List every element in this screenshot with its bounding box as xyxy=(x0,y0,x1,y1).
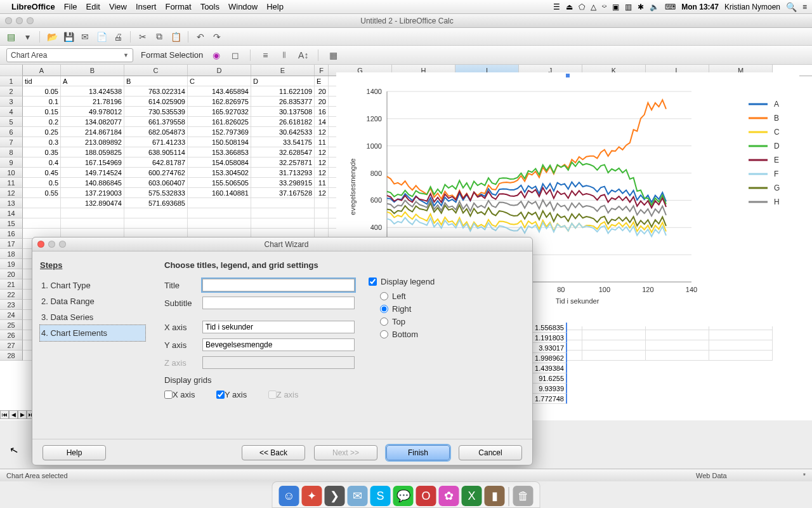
paste-icon[interactable]: 📋 xyxy=(170,31,181,43)
bluetooth-icon[interactable]: ✱ xyxy=(638,3,644,11)
legend-right-radio[interactable] xyxy=(380,305,388,313)
cell[interactable]: 11 xyxy=(315,137,329,147)
xaxis-input[interactable] xyxy=(202,321,355,333)
close-icon[interactable] xyxy=(37,241,44,248)
cell[interactable]: 149.714524 xyxy=(61,168,124,178)
finish-button[interactable]: Finish xyxy=(386,445,450,460)
cell[interactable] xyxy=(709,340,773,351)
save-icon[interactable]: 💾 xyxy=(63,31,74,43)
app-name[interactable]: LibreOffice xyxy=(11,2,55,11)
print-icon[interactable]: 🖨 xyxy=(112,31,124,43)
cell[interactable] xyxy=(124,218,188,229)
cell[interactable]: 614.025909 xyxy=(124,97,188,107)
cell[interactable]: E xyxy=(315,76,329,86)
cell[interactable] xyxy=(188,198,251,208)
cell[interactable] xyxy=(646,351,709,361)
new-doc-icon[interactable]: ▤ xyxy=(5,31,16,43)
cell[interactable]: 0.1 xyxy=(23,97,61,107)
cell[interactable]: 0.15 xyxy=(23,107,61,117)
cell[interactable]: 12 xyxy=(315,127,329,137)
cell[interactable]: 155.506505 xyxy=(188,178,251,188)
cell[interactable] xyxy=(23,208,61,218)
cell[interactable]: 20 xyxy=(315,97,329,107)
cell[interactable]: 165.927032 xyxy=(188,107,251,117)
drive-icon[interactable]: △ xyxy=(591,3,596,11)
grid-y-checkbox[interactable] xyxy=(216,391,225,399)
cell[interactable]: 11.622109 xyxy=(251,86,315,97)
sheet-nav[interactable]: ⏮ ◀ ▶ ⏭ xyxy=(0,410,36,420)
cell[interactable]: 137.219003 xyxy=(61,188,124,198)
battery-icon[interactable]: ▥ xyxy=(625,3,632,11)
redo-icon[interactable]: ↷ xyxy=(211,31,223,43)
cell[interactable] xyxy=(124,208,188,218)
cell[interactable] xyxy=(188,218,251,229)
cell[interactable]: 26.618182 xyxy=(251,117,315,127)
mail-icon[interactable]: ✉ xyxy=(348,486,368,506)
messages-icon[interactable]: 💬 xyxy=(393,486,414,506)
col-header[interactable]: D xyxy=(188,65,251,76)
spotlight-icon[interactable]: 🔍 xyxy=(786,2,797,12)
cell[interactable]: D xyxy=(251,76,315,86)
app-icon[interactable]: ✦ xyxy=(302,486,322,506)
cell[interactable]: 26.835377 xyxy=(251,97,315,107)
cell[interactable]: 571.693685 xyxy=(124,198,188,208)
cell[interactable]: 132.890474 xyxy=(61,198,124,208)
menu-help[interactable]: Help xyxy=(266,2,284,11)
cell[interactable]: 16 xyxy=(315,107,329,117)
next-sheet-icon[interactable]: ▶ xyxy=(18,410,27,419)
yaxis-input[interactable] xyxy=(202,338,355,351)
skype-icon[interactable]: S xyxy=(370,486,391,506)
menu-insert[interactable]: Insert xyxy=(136,2,157,11)
cell[interactable]: 575.532833 xyxy=(124,188,188,198)
cell[interactable]: 0.25 xyxy=(23,127,61,137)
cell[interactable] xyxy=(709,351,773,361)
cell[interactable]: 638.905114 xyxy=(124,147,188,157)
cell[interactable]: 14 xyxy=(315,117,329,127)
menu-tools[interactable]: Tools xyxy=(200,2,219,11)
format-selection-button[interactable]: Format Selection xyxy=(141,50,203,60)
keyboard-icon[interactable]: ⌨ xyxy=(665,3,676,11)
cell[interactable]: 152.797369 xyxy=(188,127,251,137)
cell[interactable] xyxy=(646,340,709,351)
cell[interactable]: 33.54175 xyxy=(251,137,315,147)
col-header[interactable]: B xyxy=(61,65,124,76)
cell[interactable] xyxy=(315,208,329,218)
cell[interactable]: 0.4 xyxy=(23,157,61,168)
menu-file[interactable]: File xyxy=(64,2,77,11)
cell[interactable] xyxy=(646,330,709,340)
menu-window[interactable]: Window xyxy=(228,2,258,11)
first-sheet-icon[interactable]: ⏮ xyxy=(0,410,9,419)
close-icon[interactable] xyxy=(5,17,12,24)
cell[interactable]: 20 xyxy=(315,86,329,97)
cell[interactable]: 0.5 xyxy=(23,178,61,188)
cell[interactable]: 600.274762 xyxy=(124,168,188,178)
cell[interactable]: 0.55 xyxy=(23,188,61,198)
col-header[interactable]: E xyxy=(251,65,315,76)
cell[interactable]: 730.535539 xyxy=(124,107,188,117)
cell[interactable]: 0.3 xyxy=(23,137,61,147)
cell[interactable] xyxy=(188,208,251,218)
menu-view[interactable]: View xyxy=(109,2,127,11)
cell[interactable]: 0.2 xyxy=(23,117,61,127)
subtitle-input[interactable] xyxy=(202,297,355,309)
cell[interactable] xyxy=(23,198,61,208)
grid-h-icon[interactable]: ≡ xyxy=(259,50,271,61)
chart-type-icon[interactable]: ◉ xyxy=(211,50,222,61)
cell[interactable]: 32.257871 xyxy=(251,157,315,168)
legend-left-radio[interactable] xyxy=(380,292,388,300)
tray-icon[interactable]: ⏏ xyxy=(566,3,573,11)
col-header[interactable]: A xyxy=(23,65,61,76)
cell[interactable]: 37.167528 xyxy=(251,188,315,198)
cell[interactable]: B xyxy=(124,76,188,86)
cell[interactable]: C xyxy=(188,76,251,86)
prev-sheet-icon[interactable]: ◀ xyxy=(9,410,18,419)
open-icon[interactable]: 📂 xyxy=(46,31,58,43)
col-header[interactable]: F xyxy=(315,65,329,76)
user-name[interactable]: Kristian Nymoen xyxy=(724,3,780,11)
cell[interactable]: 188.059825 xyxy=(61,147,124,157)
cell[interactable]: 682.054873 xyxy=(124,127,188,137)
menu-edit[interactable]: Edit xyxy=(86,2,100,11)
cell[interactable] xyxy=(709,330,773,340)
photos-icon[interactable]: ✿ xyxy=(439,486,459,506)
step-data-series[interactable]: 3. Data Series xyxy=(40,309,145,325)
